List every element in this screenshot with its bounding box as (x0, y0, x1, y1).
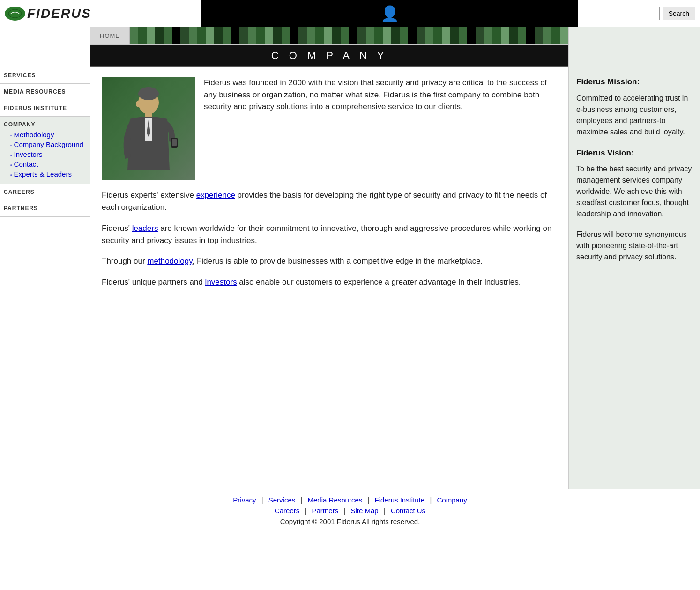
sidebar-link-company-background[interactable]: Company Background (4, 140, 86, 149)
header-center: 👤 (201, 0, 578, 27)
footer-link-company[interactable]: Company (437, 496, 467, 504)
footer-link-services[interactable]: Services (268, 496, 296, 504)
search-input[interactable] (585, 7, 660, 20)
footer-link-partners[interactable]: Partners (312, 507, 339, 515)
investors-link[interactable]: investors (205, 278, 237, 287)
para3-prefix: Fiderus' (102, 224, 132, 233)
footer-link-fiderus-institute[interactable]: Fiderus Institute (375, 496, 425, 504)
vision-text2: Fiderus will become synonymous with pion… (576, 229, 693, 263)
sidebar: SERVICES MEDIA RESOURCES FIDERUS INSTITU… (0, 67, 90, 489)
nav-bar: HOME (90, 27, 568, 45)
content-intro-text: Fiderus was founded in 2000 with the vis… (204, 77, 557, 180)
sidebar-link-contact[interactable]: Contact (4, 159, 86, 169)
para5: Fiderus' unique partners and investors a… (102, 276, 557, 288)
search-button[interactable]: Search (663, 7, 695, 20)
para5-suffix: also enable our customers to experience … (237, 278, 521, 287)
svg-point-4 (138, 87, 159, 100)
nav-decoration (130, 27, 568, 44)
sidebar-top-placeholder (0, 27, 90, 67)
mission-text: Committed to accelerating trust in e-bus… (576, 93, 693, 138)
logo-text: FIDERUS (27, 6, 91, 21)
right-sidebar: Fiderus Mission: Committed to accelerati… (569, 67, 700, 489)
home-nav[interactable]: HOME (90, 27, 130, 44)
sidebar-item-partners[interactable]: PARTNERS (0, 200, 90, 217)
footer-link-site-map[interactable]: Site Map (350, 507, 378, 515)
search-area: Search (578, 7, 700, 20)
header-icon: 👤 (380, 5, 399, 22)
company-section-title: COMPANY (4, 121, 86, 128)
footer-link-careers[interactable]: Careers (275, 507, 299, 515)
para1: Fiderus was founded in 2000 with the vis… (204, 77, 557, 113)
para2: Fiderus experts' extensive experience pr… (102, 189, 557, 214)
footer-link-media-resources[interactable]: Media Resources (308, 496, 363, 504)
footer-link-privacy[interactable]: Privacy (233, 496, 256, 504)
methodology-link[interactable]: methodology (147, 257, 192, 266)
company-section: COMPANY Methodology Company Background I… (0, 117, 90, 184)
vision-text1: To be the best security and privacy mana… (576, 163, 693, 220)
banner-row: HOME C O M P A N Y (0, 27, 700, 67)
para2-prefix: Fiderus experts' extensive (102, 191, 196, 199)
content-top: Fiderus was founded in 2000 with the vis… (102, 77, 557, 180)
sidebar-item-fiderus-institute[interactable]: FIDERUS INSTITUTE (0, 100, 90, 117)
sidebar-link-investors[interactable]: Investors (4, 149, 86, 159)
para4-suffix: , Fiderus is able to provide businesses … (192, 257, 483, 266)
footer: Privacy | Services | Media Resources | F… (0, 489, 700, 530)
para5-prefix: Fiderus' unique partners and (102, 278, 205, 287)
company-image (102, 77, 195, 180)
sidebar-item-careers[interactable]: CAREERS (0, 184, 90, 200)
leaders-link[interactable]: leaders (132, 224, 158, 233)
company-banner: C O M P A N Y (90, 45, 568, 67)
footer-links-row2: Careers | Partners | Site Map | Contact … (5, 507, 695, 515)
header: FIDERUS 👤 Search (0, 0, 700, 27)
sidebar-item-services[interactable]: SERVICES (0, 67, 90, 84)
mission-title: Fiderus Mission: (576, 76, 693, 88)
page-layout: SERVICES MEDIA RESOURCES FIDERUS INSTITU… (0, 67, 700, 489)
vision-title: Fiderus Vision: (576, 147, 693, 159)
main-content: Fiderus was founded in 2000 with the vis… (90, 67, 569, 489)
logo-oval (5, 7, 25, 21)
para4-prefix: Through our (102, 257, 147, 266)
footer-copyright: Copyright © 2001 Fiderus All rights rese… (5, 517, 695, 525)
logo-area: FIDERUS (0, 6, 201, 21)
svg-point-9 (136, 101, 141, 107)
svg-rect-8 (172, 139, 177, 146)
sidebar-link-methodology[interactable]: Methodology (4, 130, 86, 140)
para3: Fiderus' leaders are known worldwide for… (102, 222, 557, 247)
footer-links-row1: Privacy | Services | Media Resources | F… (5, 496, 695, 504)
para4: Through our methodology, Fiderus is able… (102, 255, 557, 267)
svg-point-0 (8, 9, 22, 18)
sidebar-link-experts-leaders[interactable]: Experts & Leaders (4, 169, 86, 179)
footer-link-contact-us[interactable]: Contact Us (391, 507, 425, 515)
para3-suffix: are known worldwide for their commitment… (102, 224, 551, 245)
sidebar-item-media-resources[interactable]: MEDIA RESOURCES (0, 84, 90, 100)
experience-link[interactable]: experience (196, 191, 235, 199)
right-sidebar-top (569, 27, 700, 67)
